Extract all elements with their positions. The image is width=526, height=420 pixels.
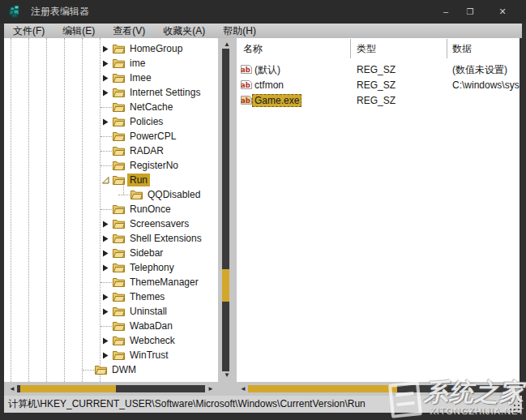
close-button[interactable]: ✕ bbox=[488, 0, 517, 24]
tree-item-internet-settings[interactable]: Internet Settings bbox=[4, 85, 218, 100]
left-pane: HomeGroupimeImeeInternet SettingsNetCach… bbox=[4, 38, 234, 396]
menu-item-3[interactable]: 收藏夹(A) bbox=[154, 24, 214, 38]
tree-item-wintrust[interactable]: WinTrust bbox=[4, 348, 218, 362]
tree-item-sidebar[interactable]: Sidebar bbox=[4, 246, 218, 260]
collapsed-arrow-icon[interactable] bbox=[101, 45, 111, 54]
reg-sz-icon: ab bbox=[240, 64, 253, 75]
collapsed-arrow-icon[interactable] bbox=[101, 220, 111, 229]
scrollbar-thumb[interactable] bbox=[20, 385, 116, 392]
column-header-data[interactable]: 数据 bbox=[452, 42, 472, 56]
scroll-left-arrow-icon[interactable]: ◄ bbox=[9, 386, 15, 392]
tree-item-registerno[interactable]: RegisterNo bbox=[4, 158, 218, 173]
scrollbar-track[interactable] bbox=[222, 49, 229, 371]
scroll-right-arrow-icon[interactable]: ► bbox=[207, 386, 214, 392]
value-type: REG_SZ bbox=[357, 94, 396, 107]
menu-item-4[interactable]: 帮助(H) bbox=[214, 24, 265, 38]
tree-item-dwm[interactable]: DWM bbox=[4, 362, 218, 377]
menu-item-1[interactable]: 编辑(E) bbox=[53, 24, 104, 38]
folder-icon bbox=[112, 87, 126, 98]
svg-text:ab: ab bbox=[241, 66, 250, 74]
tree-item-label: RADAR bbox=[127, 144, 166, 157]
tree-connector bbox=[100, 282, 112, 283]
list-header: 名称 类型 数据 bbox=[237, 38, 520, 59]
resize-grip-icon[interactable] bbox=[510, 401, 520, 410]
tree-item-label: Screensavers bbox=[127, 217, 191, 230]
tree-item-telephony[interactable]: Telephony bbox=[4, 260, 218, 275]
reg-sz-icon: ab bbox=[240, 79, 253, 90]
folder-icon bbox=[112, 247, 126, 259]
tree-horizontal-scrollbar[interactable]: ◄ ► bbox=[4, 382, 218, 396]
tree-item-netcache[interactable]: NetCache bbox=[4, 100, 218, 114]
collapsed-arrow-icon[interactable] bbox=[101, 351, 111, 360]
collapsed-arrow-icon[interactable] bbox=[101, 74, 111, 83]
scrollbar-thumb[interactable] bbox=[222, 269, 229, 302]
menu-item-0[interactable]: 文件(F) bbox=[4, 24, 53, 38]
tree: HomeGroupimeImeeInternet SettingsNetCach… bbox=[4, 38, 218, 382]
tree-item-thememanager[interactable]: ThemeManager bbox=[4, 275, 218, 289]
collapsed-arrow-icon[interactable] bbox=[101, 88, 111, 97]
tree-item-label: ThemeManager bbox=[127, 276, 201, 289]
tree-item-themes[interactable]: Themes bbox=[4, 289, 218, 304]
folder-icon bbox=[112, 320, 126, 332]
tree-item-uninstall[interactable]: Uninstall bbox=[4, 304, 218, 319]
value-name: ctfmon bbox=[254, 79, 284, 92]
collapsed-arrow-icon[interactable] bbox=[101, 336, 111, 345]
tree-item-radar[interactable]: RADAR bbox=[4, 144, 218, 158]
tree-item-policies[interactable]: Policies bbox=[4, 114, 218, 129]
scroll-down-arrow-icon[interactable]: ▼ bbox=[224, 372, 230, 379]
expanded-arrow-icon[interactable] bbox=[101, 176, 111, 185]
collapsed-arrow-icon[interactable] bbox=[101, 234, 111, 243]
tree-item-imee[interactable]: Imee bbox=[4, 71, 218, 85]
folder-icon bbox=[112, 349, 126, 361]
scrollbar-thumb[interactable] bbox=[248, 385, 397, 392]
tree-item-label: Webcheck bbox=[127, 334, 177, 347]
collapsed-arrow-icon[interactable] bbox=[101, 249, 111, 258]
tree-item-label: Sidebar bbox=[127, 246, 165, 259]
folder-icon bbox=[112, 233, 126, 244]
folder-icon bbox=[112, 131, 126, 142]
collapsed-arrow-icon[interactable] bbox=[101, 59, 111, 68]
scrollbar-corner bbox=[218, 382, 234, 396]
tree-item-runonce[interactable]: RunOnce bbox=[4, 202, 218, 216]
folder-icon bbox=[112, 145, 126, 156]
list-row--[interactable]: ab(默认)REG_SZ(数值未设置) bbox=[237, 62, 520, 78]
value-type: REG_SZ bbox=[357, 79, 396, 92]
window-title: 注册表编辑器 bbox=[31, 0, 89, 24]
collapsed-arrow-icon[interactable] bbox=[101, 118, 111, 126]
list-row-game-exe[interactable]: abGame.exeREG_SZ bbox=[237, 93, 520, 109]
status-bar: 计算机\HKEY_CURRENT_USER\Software\Microsoft… bbox=[4, 396, 522, 413]
collapsed-arrow-icon[interactable] bbox=[101, 264, 111, 272]
tree-item-qqdisabled[interactable]: QQDisabled bbox=[4, 187, 218, 202]
tree-item-label: Uninstall bbox=[127, 305, 169, 318]
folder-icon bbox=[112, 116, 126, 127]
tree-item-homegroup[interactable]: HomeGroup bbox=[4, 41, 218, 56]
tree-item-label: NetCache bbox=[127, 101, 175, 114]
collapsed-arrow-icon[interactable] bbox=[101, 307, 111, 316]
column-header-type[interactable]: 类型 bbox=[357, 42, 376, 56]
tree-item-wabadan[interactable]: WabaDan bbox=[4, 319, 218, 333]
tree-item-ime[interactable]: ime bbox=[4, 56, 218, 71]
tree-item-label: RunOnce bbox=[127, 203, 173, 216]
tree-connector bbox=[100, 151, 112, 152]
tree-item-webcheck[interactable]: Webcheck bbox=[4, 333, 218, 348]
list-horizontal-scrollbar[interactable]: ◄ ► bbox=[237, 382, 520, 396]
folder-icon bbox=[112, 218, 126, 229]
maximize-button[interactable]: ❐ bbox=[459, 0, 481, 24]
column-header-name[interactable]: 名称 bbox=[243, 42, 263, 56]
collapsed-arrow-icon[interactable] bbox=[101, 293, 111, 302]
folder-icon bbox=[112, 335, 126, 346]
menu-item-2[interactable]: 查看(V) bbox=[104, 24, 154, 38]
tree-item-powercpl[interactable]: PowerCPL bbox=[4, 129, 218, 144]
scroll-left-arrow-icon[interactable]: ◄ bbox=[240, 386, 246, 392]
folder-icon bbox=[130, 189, 143, 200]
tree-item-shell-extensions[interactable]: Shell Extensions bbox=[4, 231, 218, 246]
scroll-up-arrow-icon[interactable]: ▲ bbox=[224, 41, 230, 48]
minimize-button[interactable]: – bbox=[434, 0, 457, 24]
column-separator[interactable] bbox=[447, 39, 447, 58]
tree-item-screensavers[interactable]: Screensavers bbox=[4, 216, 218, 231]
column-separator[interactable] bbox=[350, 39, 351, 58]
scroll-right-arrow-icon[interactable]: ► bbox=[510, 386, 516, 392]
tree-vertical-scrollbar[interactable]: ▲ ▼ bbox=[218, 38, 234, 382]
tree-item-run[interactable]: Run bbox=[4, 173, 218, 187]
list-row-ctfmon[interactable]: abctfmonREG_SZC:\windows\sys bbox=[237, 78, 520, 93]
